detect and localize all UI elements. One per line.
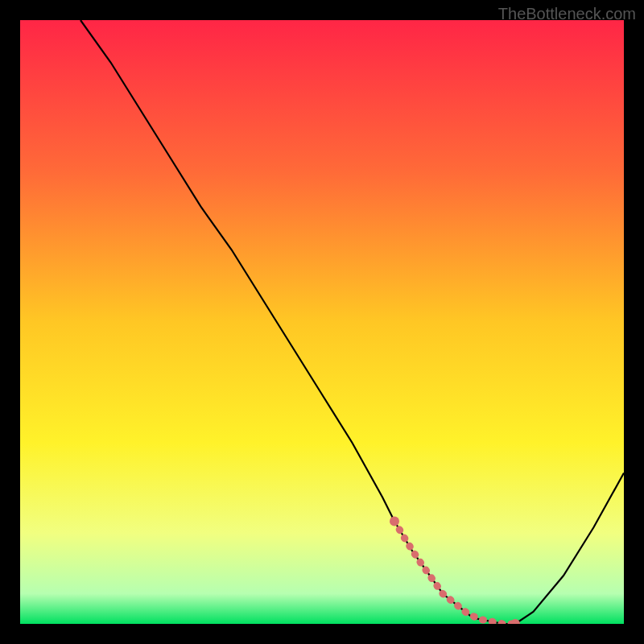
svg-point-0 <box>390 517 399 526</box>
chart-background <box>20 20 624 624</box>
chart-container <box>20 20 624 624</box>
watermark-text: TheBottleneck.com <box>498 5 636 23</box>
chart-svg <box>20 20 624 624</box>
